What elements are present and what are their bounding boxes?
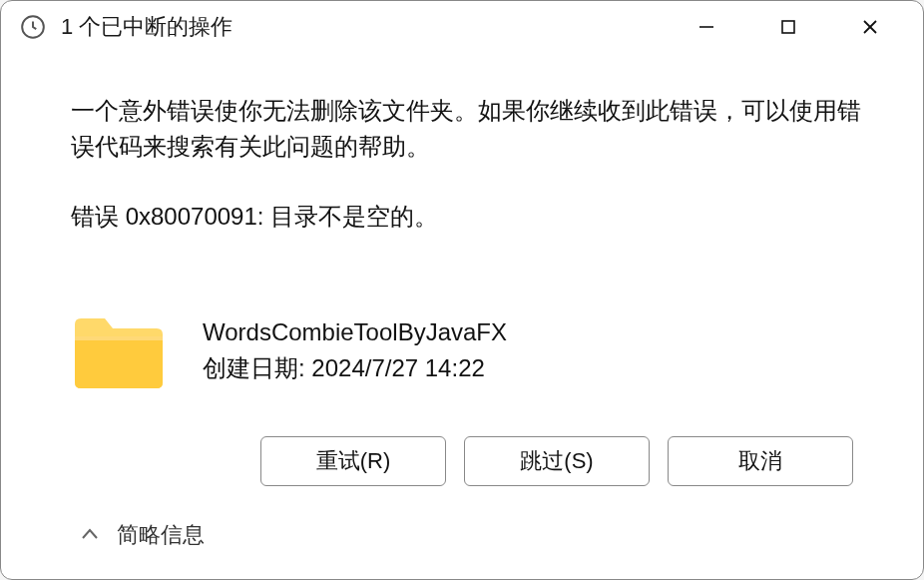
window-title: 1 个已中断的操作 bbox=[61, 12, 684, 42]
error-message: 一个意外错误使你无法删除该文件夹。如果你继续收到此错误，可以使用错误代码来搜索有… bbox=[71, 93, 863, 165]
minimize-button[interactable] bbox=[684, 7, 729, 47]
dialog-content: 一个意外错误使你无法删除该文件夹。如果你继续收到此错误，可以使用错误代码来搜索有… bbox=[1, 53, 923, 579]
skip-button[interactable]: 跳过(S) bbox=[464, 436, 650, 486]
details-label: 简略信息 bbox=[117, 520, 205, 550]
maximize-button[interactable] bbox=[765, 7, 811, 47]
dialog-window: 1 个已中断的操作 一个意外错误使你无法删除该文件夹。如果你继续收到此错误，可以… bbox=[0, 0, 924, 580]
button-row: 重试(R) 跳过(S) 取消 bbox=[71, 436, 863, 486]
retry-button[interactable]: 重试(R) bbox=[260, 436, 446, 486]
item-row: WordsCombieToolByJavaFX 创建日期: 2024/7/27 … bbox=[71, 312, 863, 390]
window-controls bbox=[684, 7, 915, 47]
item-name: WordsCombieToolByJavaFX bbox=[203, 318, 507, 346]
item-date: 创建日期: 2024/7/27 14:22 bbox=[203, 352, 507, 384]
titlebar: 1 个已中断的操作 bbox=[1, 1, 923, 53]
chevron-up-icon bbox=[81, 525, 99, 546]
cancel-button[interactable]: 取消 bbox=[668, 436, 853, 486]
clock-icon bbox=[19, 13, 47, 41]
svg-rect-2 bbox=[782, 21, 794, 33]
error-code-line: 错误 0x80070091: 目录不是空的。 bbox=[71, 201, 863, 233]
folder-icon bbox=[71, 312, 167, 390]
close-button[interactable] bbox=[847, 7, 893, 47]
item-meta: WordsCombieToolByJavaFX 创建日期: 2024/7/27 … bbox=[203, 318, 507, 384]
details-toggle[interactable]: 简略信息 bbox=[81, 520, 863, 550]
